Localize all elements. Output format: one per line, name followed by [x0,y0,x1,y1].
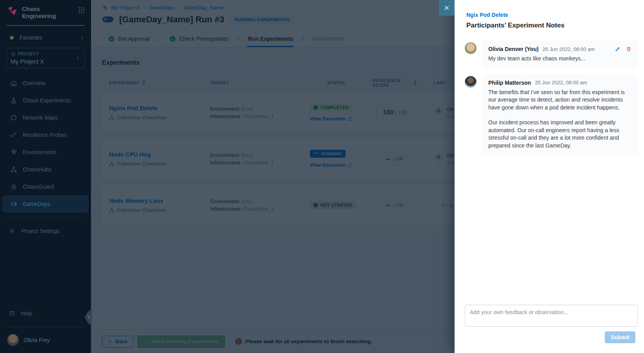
resilience-score: 100 / 100 [376,105,413,120]
user-menu[interactable]: Olivia Frey [0,329,91,353]
comment-paragraph: Our incident process has improved and be… [488,119,631,149]
target-infrastructure: Infrastructure: ChaosInfra_1 [210,113,310,120]
sidebar-item-environments[interactable]: Environments [0,144,91,161]
sidebar-item-help[interactable]: Help [0,305,91,322]
sidebar-item-overview[interactable]: Overview [0,75,91,92]
help-chat-icon [9,310,15,317]
view-execution-link[interactable]: View Execution [310,116,353,122]
chaoshub-icon [109,161,115,167]
running-dots-icon: ••• [313,151,319,155]
check-circle-icon [108,36,115,42]
divider [6,217,85,218]
chevron-left-icon [87,315,91,319]
home-icon [10,80,17,87]
back-button[interactable]: Back [102,336,133,348]
run-status-badge: RUNNING EXPERIMENTS [231,15,294,24]
experiment-link[interactable]: Node CPU Hog [109,151,210,158]
status-badge: NOT STARTED [310,201,356,209]
comment-author: Philip Matterson [488,80,531,86]
footer-warning: ! Please wait for all experiments to fin… [235,338,372,345]
trash-icon[interactable] [626,46,631,52]
sidebar-item-gamedays[interactable]: GameDays [2,195,89,213]
comment-timestamp: 25 Jun 2022, 08:00 am [542,46,595,52]
target-infrastructure: Infrastructure: ChaosInfra_1 [210,159,310,166]
column-experiment[interactable]: EXPERIMENT [102,80,210,85]
flask-icon [10,97,17,104]
step-run-experiments[interactable]: Run Experiments [248,36,293,42]
resilience-score: -- / 100 [376,197,413,213]
comments-list: Olivia Denver (You) 25 Jun 2022, 08:00 a… [455,41,644,161]
close-icon [444,5,450,11]
chevron-right-icon [79,35,85,40]
lock-icon [10,183,17,190]
chevron-left-icon [108,339,112,344]
cube-icon [11,51,16,56]
status-badge: COMPLETED [310,104,352,111]
submit-button[interactable]: Submit [605,331,635,343]
sidebar-item-resilience-probes[interactable]: Resilience Probes [0,126,91,144]
chevron-right-icon [157,36,162,42]
comment-text: The benefits that I’ve seen so far from … [488,89,631,150]
network-circle-icon [10,114,17,121]
breadcrumb-gamedays[interactable]: GameDays [149,5,175,11]
target-environment: Environment: Env1 [210,151,310,159]
avatar [465,42,477,54]
step-check-prerequisites[interactable]: Check Prerequisites [169,36,228,42]
chevron-right-icon [235,36,241,42]
experiment-link[interactable]: Node Memory Loss [109,197,210,204]
breadcrumb-separator: > [143,5,146,11]
comment: Olivia Denver (You) 25 Jun 2022, 08:00 a… [465,41,638,68]
view-execution-link[interactable]: View Execution [310,162,353,168]
drawer-title: Participants’ Experiment Notes [466,22,564,29]
sidebar-item-chaos-experiments[interactable]: Chaos Experiments [0,92,91,109]
page-title: [GameDay_Name] Run #3 [119,15,224,25]
comment-paragraph: The benefits that I’ve seen so far from … [488,89,631,112]
sidebar-item-favorites[interactable]: Favorites [9,35,85,41]
star-icon [9,35,15,41]
comment-text: My dev team acts like chaos monkeys... [488,55,631,63]
exclamation-circle-icon [313,203,318,207]
warning-text: Please wait for all experiments to finis… [246,338,372,344]
gamepad-icon [10,200,17,207]
drawer-experiment-link[interactable]: Ngix Pod Delete [466,12,508,18]
feedback-composer [465,305,638,327]
project-selector[interactable]: PROJECT My Project X [6,48,85,68]
column-resilience-score[interactable]: RESILIENCE SCORE [373,78,417,87]
check-circle-icon [313,105,318,110]
target-environment: Environment: Env1 [210,198,310,205]
comment: Philip Matterson 25 Jun 2022, 08:00 am T… [465,75,638,155]
sort-icon [413,80,417,85]
project-label: PROJECT [18,52,39,56]
status-badge: ••• RUNNING [310,150,346,158]
favorites-label: Favorites [20,35,42,41]
user-name: Olivia Frey [24,337,50,343]
warning-icon: ! [235,338,242,345]
sidebar-item-network-maps[interactable]: Network Maps [0,109,91,126]
done-running-experiments-button[interactable]: Done Running Experiments [137,335,225,348]
sidebar-item-chaoshubs[interactable]: ChaosHubs [0,161,91,178]
sidebar-item-project-settings[interactable]: Project Settings [0,222,91,240]
experiment-link[interactable]: Nginx Pod Delete [109,105,210,111]
feedback-input[interactable] [465,305,638,327]
drawer-close-button[interactable] [439,0,455,16]
app-window: Chaos Engineering Favorites PROJECT My P… [0,0,644,353]
avatar [7,334,19,346]
last-updated-na: N / A [417,202,453,208]
breadcrumb-gameday-name[interactable]: GameDay_Name [184,5,223,11]
module-grid-icon[interactable] [78,6,86,14]
step-post-mortem[interactable]: Post-Mortem [313,36,344,42]
sidebar-item-chaosguard[interactable]: ChaosGuard [0,178,91,195]
resilience-score: -- / 100 [376,151,413,167]
avatar: O [434,153,443,162]
step-get-approval[interactable]: Get Approval [108,36,150,42]
brand-divider [6,25,85,26]
breadcrumb-separator: > [178,5,181,11]
edit-pencil-icon[interactable] [615,46,620,52]
sidebar: Chaos Engineering Favorites PROJECT My P… [0,0,91,353]
chaos-engineering-logo-icon [6,5,18,17]
sidebar-nav: Overview Chaos Experiments Network Maps … [0,75,91,213]
gameday-gamepad-icon [102,15,114,24]
divider [6,327,85,327]
breadcrumb-project[interactable]: My Project X [111,5,140,11]
hub-graph-icon [10,166,17,173]
